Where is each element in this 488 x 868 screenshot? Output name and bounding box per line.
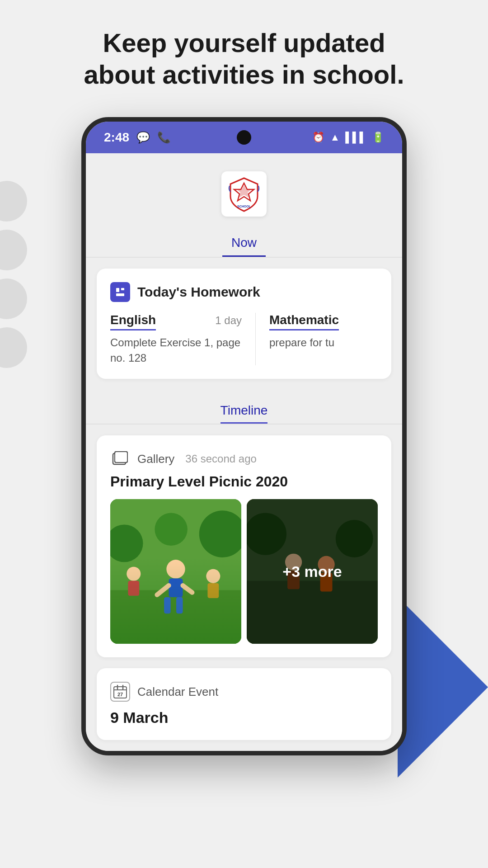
circle-2 bbox=[0, 230, 27, 270]
svg-rect-15 bbox=[169, 579, 183, 597]
gallery-type-label: Gallery bbox=[137, 452, 174, 466]
svg-point-14 bbox=[166, 560, 185, 578]
calendar-type-label: Calendar Event bbox=[137, 685, 218, 699]
svg-point-20 bbox=[127, 567, 141, 581]
math-subject: Mathematic bbox=[269, 313, 339, 330]
alarm-icon: ⏰ bbox=[312, 132, 324, 143]
battery-icon: 🔋 bbox=[372, 132, 384, 143]
svg-text:27: 27 bbox=[117, 692, 123, 697]
camera-notch bbox=[237, 130, 251, 145]
image-gallery: +3 more bbox=[110, 499, 378, 644]
tabs-container: Now bbox=[86, 230, 402, 257]
gallery-event-title: Primary Level Picnic 2020 bbox=[110, 473, 378, 490]
time-display: 2:48 bbox=[104, 130, 129, 145]
decorative-circles bbox=[0, 181, 27, 368]
svg-line-18 bbox=[157, 585, 169, 595]
phone-content: SCHOOL Now bbox=[86, 153, 402, 751]
calendar-icon: 27 bbox=[110, 682, 130, 702]
svg-rect-10 bbox=[110, 590, 241, 644]
svg-rect-17 bbox=[176, 597, 183, 613]
signal-icon: ▌▌▌ bbox=[345, 132, 366, 143]
homework-divider bbox=[255, 313, 256, 365]
timeline-section: Timeline bbox=[86, 390, 402, 424]
svg-rect-23 bbox=[207, 583, 219, 598]
image-overlay: +3 more bbox=[247, 499, 378, 644]
gallery-image-1[interactable] bbox=[110, 499, 241, 644]
phone-mockup: 2:48 💬 📞 ⏰ ▲ ▌▌▌ 🔋 bbox=[81, 117, 407, 755]
gallery-image-2[interactable]: +3 more bbox=[247, 499, 378, 644]
status-right: ⏰ ▲ ▌▌▌ 🔋 bbox=[312, 132, 384, 143]
svg-rect-4 bbox=[121, 288, 124, 290]
app-header: SCHOOL Now bbox=[86, 153, 402, 257]
circle-4 bbox=[0, 327, 27, 368]
calendar-card[interactable]: 27 Calendar Event 9 March bbox=[97, 668, 391, 740]
gallery-icon bbox=[110, 449, 130, 469]
circle-3 bbox=[0, 278, 27, 319]
homework-card-title: Today's Homework bbox=[137, 284, 260, 300]
svg-rect-21 bbox=[128, 581, 139, 596]
homework-item-math: Mathematic prepare for tu bbox=[269, 313, 378, 365]
message-icon: 💬 bbox=[136, 131, 150, 144]
svg-line-19 bbox=[183, 585, 192, 593]
english-description: Complete Exercise 1, page no. 128 bbox=[110, 335, 242, 365]
section-divider bbox=[86, 257, 402, 258]
phone-icon: 📞 bbox=[157, 131, 171, 144]
wifi-icon: ▲ bbox=[330, 132, 340, 143]
gallery-card[interactable]: Gallery 36 second ago Primary Level Picn… bbox=[97, 435, 391, 657]
tab-timeline[interactable]: Timeline bbox=[221, 403, 268, 424]
svg-rect-5 bbox=[116, 293, 124, 296]
english-header: English 1 day bbox=[110, 313, 242, 330]
more-count-label: +3 more bbox=[282, 563, 342, 580]
homework-icon bbox=[110, 282, 130, 302]
svg-point-13 bbox=[155, 513, 188, 546]
homework-card[interactable]: Today's Homework English 1 day Complete … bbox=[97, 269, 391, 379]
svg-rect-16 bbox=[164, 597, 171, 613]
tab-now[interactable]: Now bbox=[222, 230, 266, 257]
calendar-date: 9 March bbox=[110, 709, 378, 726]
gallery-time-ago: 36 second ago bbox=[185, 453, 256, 465]
math-description: prepare for tu bbox=[269, 335, 378, 350]
english-due: 1 day bbox=[215, 314, 242, 327]
homework-card-header: Today's Homework bbox=[110, 282, 378, 302]
status-bar: 2:48 💬 📞 ⏰ ▲ ▌▌▌ 🔋 bbox=[86, 122, 402, 153]
svg-point-22 bbox=[206, 569, 220, 583]
svg-rect-7 bbox=[115, 452, 127, 462]
page-headline: Keep yourself updated about activities i… bbox=[84, 27, 404, 90]
homework-row: English 1 day Complete Exercise 1, page … bbox=[110, 313, 378, 365]
svg-text:SCHOOL: SCHOOL bbox=[237, 205, 251, 208]
english-subject: English bbox=[110, 313, 156, 330]
decorative-triangle bbox=[398, 597, 488, 778]
status-left: 2:48 💬 📞 bbox=[104, 130, 171, 145]
svg-rect-3 bbox=[116, 288, 119, 292]
math-header: Mathematic bbox=[269, 313, 378, 330]
timeline-divider bbox=[86, 424, 402, 425]
circle-1 bbox=[0, 181, 27, 222]
calendar-header: 27 Calendar Event bbox=[110, 682, 378, 702]
gallery-card-header: Gallery 36 second ago bbox=[110, 449, 378, 469]
school-logo: SCHOOL bbox=[221, 171, 267, 217]
logo-svg: SCHOOL bbox=[226, 176, 262, 212]
homework-item-english: English 1 day Complete Exercise 1, page … bbox=[110, 313, 242, 365]
